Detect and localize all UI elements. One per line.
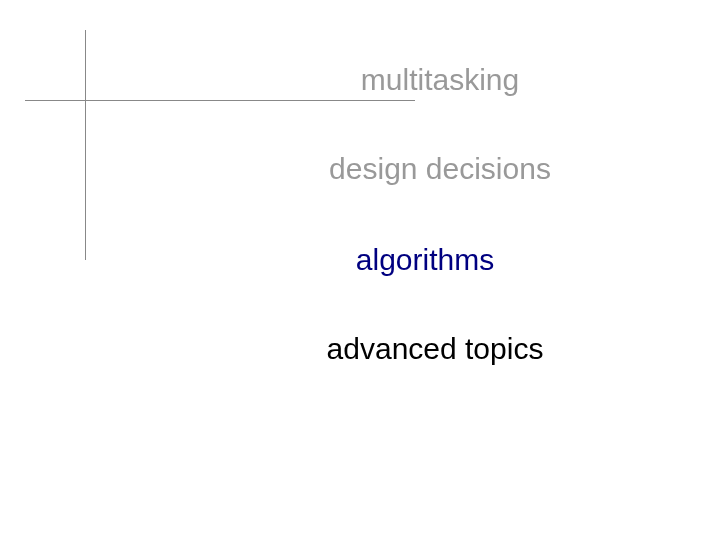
heading-design-decisions: design decisions: [0, 152, 720, 186]
horizontal-rule: [25, 100, 415, 101]
heading-advanced-topics: advanced topics: [0, 332, 720, 366]
heading-algorithms: algorithms: [0, 243, 720, 277]
heading-text: multitasking: [201, 63, 519, 97]
heading-text: algorithms: [226, 243, 494, 277]
heading-text: advanced topics: [177, 332, 544, 366]
heading-multitasking: multitasking: [0, 63, 720, 97]
heading-text: design decisions: [169, 152, 551, 186]
